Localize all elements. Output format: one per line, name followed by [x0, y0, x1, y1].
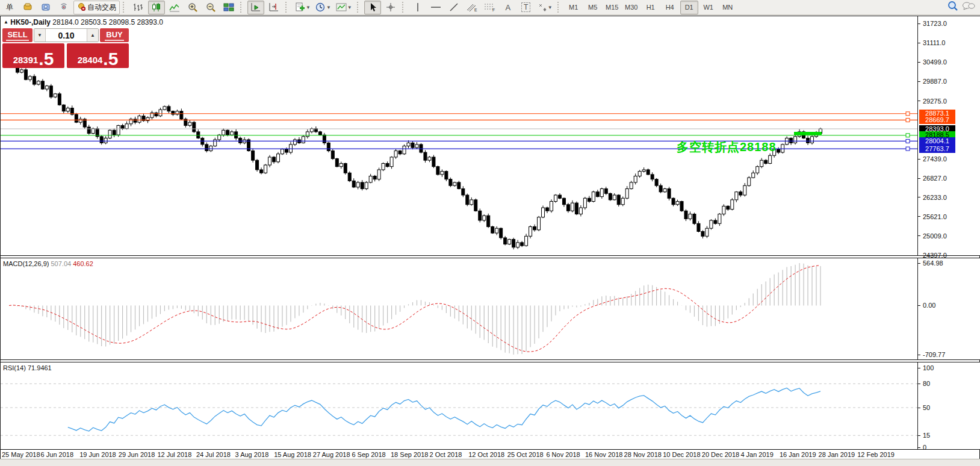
community-icon[interactable] — [37, 1, 54, 14]
periods-button[interactable]: ▼ — [314, 1, 333, 14]
timeframe-M15[interactable]: M15 — [603, 1, 621, 14]
candle-body — [75, 114, 78, 122]
text-label-tool[interactable]: T — [518, 1, 535, 14]
axis-tick — [918, 62, 920, 63]
collapse-icon[interactable]: ▲ — [4, 19, 8, 25]
zoom-in-icon[interactable] — [184, 1, 201, 14]
price-tick-label: 31111.0 — [923, 39, 945, 46]
new-order-button[interactable]: 单 — [1, 1, 18, 14]
chevron-down-icon: ▼ — [347, 5, 352, 10]
line-handle[interactable] — [906, 134, 910, 137]
main-chart-canvas[interactable] — [1, 16, 917, 255]
macd-value-signal: 460.62 — [73, 260, 93, 267]
fibonacci-tool[interactable]: F — [482, 1, 498, 14]
chevron-down-icon: ▼ — [306, 5, 311, 10]
candle-body — [394, 151, 397, 157]
candle-body — [91, 129, 95, 134]
candle-body — [651, 175, 654, 179]
ohlc-high: 28503.5 — [81, 18, 107, 26]
candle-body — [487, 216, 490, 226]
buy-button[interactable]: BUY — [100, 28, 129, 42]
candle-body — [727, 206, 730, 209]
vertical-line-tool[interactable] — [409, 1, 426, 14]
rsi-canvas[interactable] — [1, 362, 917, 449]
timeframe-H4[interactable]: H4 — [661, 1, 679, 14]
line-handle[interactable] — [906, 112, 910, 116]
crosshair-icon[interactable] — [382, 1, 399, 14]
timeframe-M5[interactable]: M5 — [584, 1, 602, 14]
price-axis[interactable]: 31723.031111.030499.029887.029275.027439… — [917, 16, 980, 255]
search-icon[interactable] — [947, 1, 958, 14]
arrows-tool[interactable]: ▼ — [536, 1, 554, 14]
date-label: 25 Oct 2018 — [507, 451, 544, 458]
candle-body — [256, 160, 259, 170]
chart-shift-icon[interactable] — [265, 1, 282, 14]
chat-icon[interactable] — [962, 1, 975, 13]
sell-button[interactable]: SELL — [2, 28, 33, 42]
chevron-down-icon: ▼ — [548, 5, 553, 10]
market-icon[interactable] — [19, 1, 36, 14]
timeframe-M1[interactable]: M1 — [565, 1, 583, 14]
line-handle[interactable] — [906, 147, 910, 151]
timeframe-H1[interactable]: H1 — [642, 1, 660, 14]
macd-tick-label: 0.00 — [923, 302, 935, 309]
candle-body — [24, 70, 27, 79]
candle-body — [365, 182, 368, 189]
candle-body — [231, 132, 234, 135]
bar-chart-icon[interactable] — [130, 1, 147, 14]
candle-body — [373, 176, 376, 179]
mt4-window: 单 自动交易 ▼ ▼ ▼ E F A T ▼ M1M5M15M — [0, 0, 980, 466]
text-tool[interactable]: A — [500, 1, 516, 14]
candle-body — [415, 144, 418, 148]
equidistant-channel-tool[interactable]: E — [464, 1, 480, 14]
volume-input[interactable] — [46, 29, 87, 42]
candle-body — [121, 125, 124, 128]
tile-windows-icon[interactable] — [220, 1, 237, 14]
candle-body — [714, 220, 717, 223]
macd-canvas[interactable] — [1, 258, 917, 359]
toolbar-separator — [357, 2, 361, 13]
date-axis[interactable]: 25 May 20186 Jun 201819 Jun 201829 Jun 2… — [1, 449, 979, 459]
candle-body — [634, 176, 637, 182]
rsi-tick-label: 15 — [923, 432, 930, 439]
candle-body — [214, 140, 217, 146]
axis-tick — [918, 197, 920, 197]
volume-increase-button[interactable]: ▲ — [87, 29, 98, 42]
cursor-icon[interactable] — [364, 1, 381, 14]
rsi-axis[interactable]: 1008050150 — [917, 362, 980, 449]
line-chart-icon[interactable] — [166, 1, 183, 14]
autotrading-icon — [77, 2, 85, 13]
timeframe-group: M1M5M15M30H1H4D1W1MN — [565, 1, 737, 14]
macd-axis[interactable]: 564.980.00-709.77 — [917, 258, 980, 359]
volume-decrease-button[interactable]: ▼ — [34, 29, 46, 42]
zoom-out-icon[interactable] — [202, 1, 219, 14]
highlight-segment[interactable] — [794, 132, 822, 135]
candle-body — [125, 124, 128, 129]
chart-annotation-text[interactable]: 多空转折点28188 — [677, 139, 777, 155]
trendline-tool[interactable] — [445, 1, 462, 14]
auto-scroll-icon[interactable] — [247, 1, 264, 14]
candle-body — [663, 188, 666, 191]
candle-body — [609, 193, 612, 200]
rsi-pane: RSI(14) 71.9461 1008050150 — [1, 362, 979, 449]
sell-price-display[interactable]: 28391.5 — [2, 43, 64, 68]
timeframe-W1[interactable]: W1 — [699, 1, 718, 14]
timeframe-MN[interactable]: MN — [719, 1, 737, 14]
horizontal-line-tool[interactable] — [427, 1, 444, 14]
timeframe-M30[interactable]: M30 — [622, 1, 640, 14]
candlestick-chart-icon[interactable] — [148, 1, 165, 14]
new-chart-button[interactable]: ▼ — [293, 1, 312, 14]
price-tag: 28004.1 — [919, 137, 955, 145]
line-handle[interactable] — [906, 118, 910, 122]
line-handle[interactable] — [906, 139, 910, 143]
toolbar-separator — [123, 2, 127, 13]
timeframe-D1[interactable]: D1 — [680, 1, 698, 14]
date-label: 12 Feb 2019 — [857, 451, 895, 458]
macd-value-main: 507.04 — [51, 260, 71, 267]
indicators-button[interactable]: ▼ — [334, 1, 354, 14]
buy-price-display[interactable]: 28404.5 — [67, 43, 129, 68]
autotrading-button[interactable]: 自动交易 — [73, 1, 120, 14]
date-label: 20 Dec 2018 — [702, 451, 739, 458]
signals-icon[interactable] — [55, 1, 72, 14]
candle-body — [41, 81, 44, 89]
